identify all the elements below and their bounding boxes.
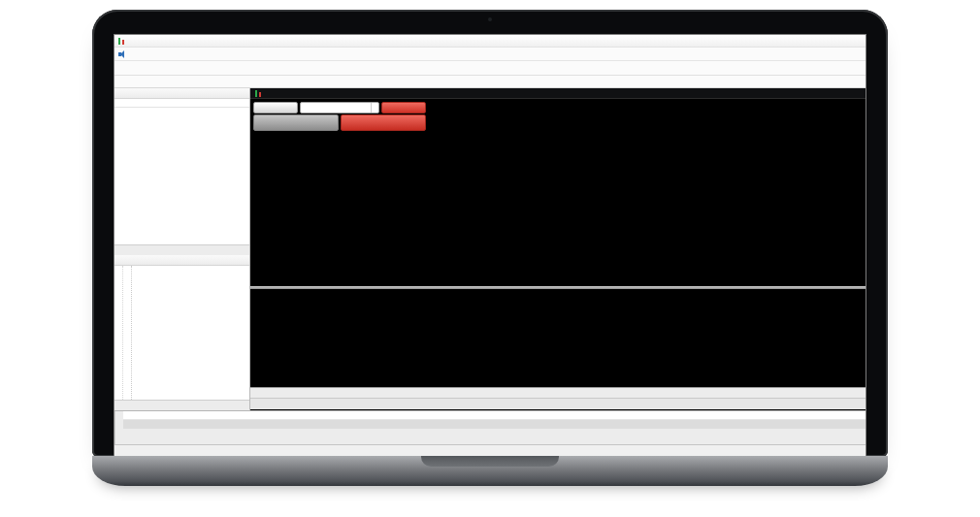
market-watch-tabs [114, 244, 249, 255]
left-panel [114, 88, 250, 410]
chart-icon [254, 89, 263, 98]
time-axis [250, 387, 866, 398]
rsi-pane [250, 289, 866, 387]
balance-row [123, 420, 866, 429]
buy-button[interactable] [381, 102, 426, 113]
navigator-tabs [114, 400, 249, 410]
toolbox-tabs-bar [123, 429, 866, 444]
volume-stepper[interactable] [300, 102, 379, 113]
navigator-tree [114, 266, 249, 400]
laptop-notch [421, 456, 559, 467]
buy-price[interactable] [341, 114, 426, 131]
toolbar [114, 61, 866, 76]
chart-area [250, 88, 866, 410]
page [0, 0, 980, 517]
chart-title-bar [250, 88, 866, 99]
toolbox-caption[interactable] [114, 411, 123, 444]
one-click-trading [253, 102, 426, 131]
trade-table-columns [123, 411, 866, 420]
market-watch-rows [114, 108, 249, 244]
menu-bar [114, 48, 866, 61]
sell-button[interactable] [253, 102, 298, 113]
rsi-label [253, 290, 255, 296]
sell-price[interactable] [253, 114, 339, 131]
timeframe-bar [114, 76, 866, 88]
chart-tabs [250, 398, 866, 409]
app-icon [117, 37, 126, 46]
rsi-chart-canvas [250, 289, 866, 387]
volume-down-icon[interactable] [372, 108, 378, 113]
laptop-camera-icon [488, 17, 492, 21]
toolbox-panel [114, 410, 866, 444]
chart-menu-icon [118, 49, 128, 58]
volume-value [301, 103, 371, 113]
main-area [114, 88, 866, 410]
laptop-base [92, 456, 888, 486]
market-watch-columns [114, 99, 249, 108]
title-bar [114, 35, 866, 48]
market-watch-header [114, 88, 249, 99]
navigator-header [114, 255, 249, 266]
price-pane [250, 99, 866, 286]
laptop-screen [114, 34, 866, 458]
mt5-window [114, 34, 866, 458]
volume-arrows[interactable] [371, 103, 378, 113]
laptop-frame [92, 10, 888, 457]
